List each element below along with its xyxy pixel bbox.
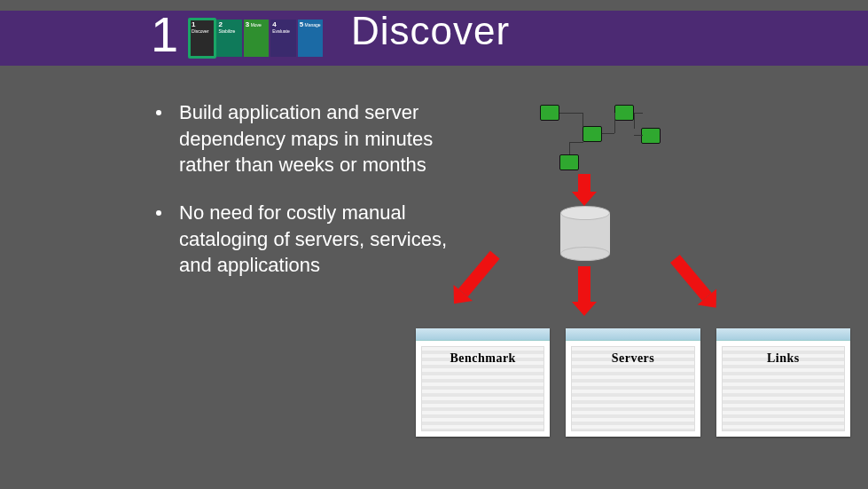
bullet-icon (156, 110, 161, 115)
report-benchmark: Benchmark (416, 328, 550, 437)
dependency-map-diagram (528, 94, 674, 174)
tile-4-evaluate: 4 Evaluate (270, 20, 295, 57)
tile-3-move: 3 Move (244, 20, 269, 57)
bullet-text: No need for costly manual cataloging of … (179, 200, 457, 279)
server-node-icon (641, 128, 661, 144)
bullet-text: Build application and server dependency … (179, 99, 457, 178)
bullet-list: Build application and server dependency … (156, 99, 457, 300)
server-node-icon (540, 105, 559, 121)
bullet-item: Build application and server dependency … (156, 99, 457, 178)
arrow-diagonal-right-icon (670, 251, 725, 312)
database-icon (560, 206, 610, 261)
current-step-highlight (188, 18, 216, 59)
slide: 1 1 Discover 2 Stabilize 3 Move 4 Evalua… (0, 0, 868, 489)
bullet-icon (156, 210, 161, 216)
window-titlebar (416, 328, 550, 341)
output-reports: Benchmark Servers Links (416, 328, 850, 444)
window-titlebar (716, 328, 850, 341)
tile-2-stabilize: 2 Stabilize (216, 20, 241, 57)
server-node-icon (614, 105, 634, 121)
report-servers: Servers (566, 328, 700, 437)
page-title: Discover (351, 9, 510, 53)
report-label: Links (716, 351, 850, 366)
bullet-item: No need for costly manual cataloging of … (156, 200, 457, 279)
tile-5-manage: 5 Manage (298, 20, 323, 57)
window-titlebar (566, 328, 700, 341)
step-number: 1 (151, 5, 178, 63)
report-label: Benchmark (416, 351, 550, 366)
arrow-down-icon (578, 266, 597, 316)
report-links: Links (716, 328, 850, 437)
arrow-down-icon (578, 174, 597, 206)
report-label: Servers (566, 351, 700, 366)
server-node-icon (583, 126, 602, 142)
server-node-icon (559, 154, 579, 170)
